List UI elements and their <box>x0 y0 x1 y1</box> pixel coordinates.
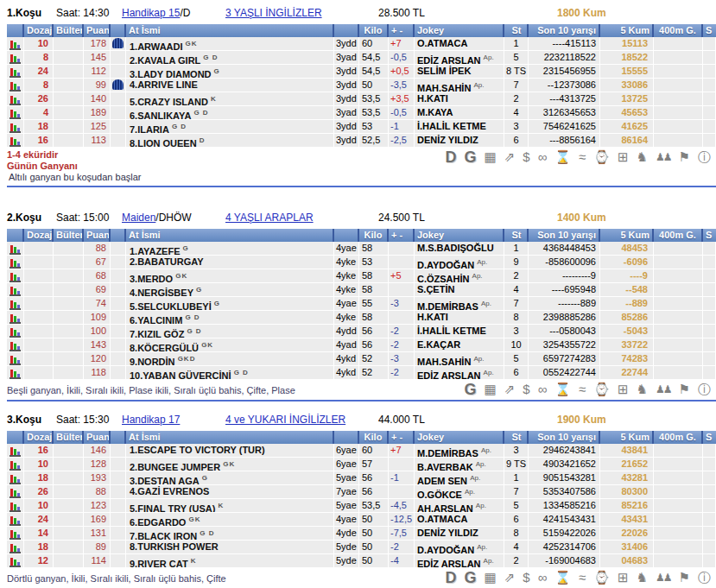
stopwatch-icon[interactable]: ⌚ <box>593 382 610 397</box>
stats-chart-icon[interactable] <box>10 313 21 324</box>
race-time: Saat: 14:30 <box>56 7 109 19</box>
horse-icon[interactable]: ♞ <box>637 382 648 397</box>
info-icon[interactable]: ⓘ <box>698 149 711 165</box>
stats-chart-icon[interactable] <box>10 354 21 365</box>
stats-chart-icon[interactable] <box>10 542 21 553</box>
stats-chart-icon[interactable] <box>10 136 21 147</box>
agf-chart-icon[interactable]: ⇗ <box>504 382 516 397</box>
photo-finish-icon[interactable]: ⚑ <box>679 570 690 585</box>
horse-icon[interactable]: ♞ <box>637 149 648 165</box>
ganyan-button[interactable]: G <box>465 570 477 585</box>
stats-chart-icon[interactable] <box>10 473 21 484</box>
stats-chart-icon[interactable] <box>10 556 21 567</box>
kum5-value: 74283 <box>600 352 654 365</box>
dollar-icon[interactable]: $ <box>523 149 529 165</box>
daily-double-button[interactable]: D <box>446 149 457 165</box>
muhtemeller-icon[interactable]: ▦ <box>485 382 497 397</box>
hourglass-icon[interactable]: ⌛ <box>554 570 571 585</box>
weight-change-value: -2,5 <box>389 134 415 147</box>
race-category-link[interactable]: 3 YAŞLI İNGİLİZLER <box>225 7 322 19</box>
stopwatch-icon[interactable]: ⌚ <box>593 570 610 585</box>
stats-chart-icon[interactable] <box>10 299 21 310</box>
stopwatch-icon[interactable]: ⌚ <box>593 149 610 165</box>
puan-value: 169 <box>84 513 111 526</box>
stats-chart-icon[interactable] <box>10 122 21 133</box>
performance-chart-icon[interactable]: ≈ <box>579 149 586 165</box>
performance-chart-icon[interactable]: ≈ <box>579 570 586 585</box>
horse-icon[interactable]: ♞ <box>637 570 648 585</box>
agf-chart-icon[interactable]: ⇗ <box>504 570 516 585</box>
stats-chart-icon[interactable] <box>10 446 21 457</box>
stats-chart-icon[interactable] <box>10 501 21 512</box>
horse-name: 6.YALÇINIM <box>130 315 182 324</box>
stats-chart-icon[interactable] <box>10 285 21 296</box>
horse-name: 1.ARWAADI <box>130 41 183 50</box>
stats-chart-icon[interactable] <box>10 108 21 119</box>
muhtemeller-icon[interactable]: ▦ <box>485 570 497 585</box>
agf-chart-icon[interactable]: ⇗ <box>504 149 516 165</box>
race-category-link[interactable]: 4 YAŞLI ARAPLAR <box>225 212 314 224</box>
stats-chart-icon[interactable] <box>10 515 21 526</box>
calculator-icon[interactable]: ⊞ <box>618 149 629 165</box>
stats-chart-icon[interactable] <box>10 66 21 78</box>
info-icon[interactable]: ⓘ <box>698 570 711 585</box>
info-icon[interactable]: ⓘ <box>698 382 711 397</box>
stats-chart-icon[interactable] <box>10 459 21 471</box>
column-header-g400: 400m G. <box>654 229 703 242</box>
jokey-name: DENİZ YILDIZ <box>417 528 478 538</box>
stats-chart-icon[interactable] <box>10 53 21 64</box>
stats-chart-icon[interactable] <box>10 340 21 351</box>
dollar-icon[interactable]: $ <box>523 570 529 585</box>
binoculars-icon[interactable]: ∞ <box>538 149 548 165</box>
silks-cell <box>111 499 126 512</box>
race-class-link[interactable]: Handikap 15 <box>122 7 180 19</box>
stats-chart-icon[interactable] <box>10 243 21 255</box>
dollar-icon[interactable]: $ <box>523 382 529 397</box>
g400-value <box>654 297 703 310</box>
binoculars-icon[interactable]: ∞ <box>538 382 548 397</box>
horse-name: 9.NORDİN <box>130 357 175 365</box>
photo-finish-icon[interactable]: ⚑ <box>679 382 690 397</box>
stats-chart-icon[interactable] <box>10 368 21 379</box>
ganyan-button[interactable]: G <box>465 382 477 397</box>
race-class-link[interactable]: Maiden <box>122 212 155 224</box>
hourglass-icon[interactable]: ⌛ <box>554 382 571 397</box>
start-box-value: 7 <box>504 485 529 498</box>
column-header-jokey: Jokey <box>415 229 504 242</box>
race-class-link[interactable]: Handikap 17 <box>122 414 180 426</box>
dozaj-value <box>24 338 54 351</box>
calculator-icon[interactable]: ⊞ <box>618 382 629 397</box>
weight-change-value <box>389 485 415 498</box>
stats-chart-icon[interactable] <box>10 326 21 338</box>
age-value: 4yke <box>334 283 359 296</box>
performance-chart-icon[interactable]: ≈ <box>579 382 586 397</box>
horse-name-cell: 5.CRAZY ISLAND K <box>126 92 334 105</box>
stats-chart-icon[interactable] <box>10 39 21 50</box>
race-class: Maiden/DHÖW <box>122 212 192 224</box>
column-header-age <box>334 24 359 37</box>
horse-name-cell: 10.YABAN GÜVERCİNİ G D <box>126 366 334 379</box>
stats-chart-icon[interactable] <box>10 271 21 282</box>
race-category-link[interactable]: 4 ve YUKARI İNGİLİZLER <box>225 414 345 426</box>
jockeys-icon[interactable]: ♟♟ <box>656 149 671 165</box>
daily-double-button[interactable]: D <box>446 570 457 585</box>
start-box-value: 5 <box>504 51 529 64</box>
start-box-value: 7 <box>504 297 529 310</box>
muhtemeller-icon[interactable]: ▦ <box>485 149 497 165</box>
bar <box>14 344 16 350</box>
horse-flags: GK <box>188 515 200 523</box>
jockeys-icon[interactable]: ♟♟ <box>656 570 671 585</box>
stats-chart-icon[interactable] <box>10 257 21 269</box>
ganyan-button[interactable]: G <box>465 149 477 165</box>
binoculars-icon[interactable]: ∞ <box>538 570 548 585</box>
jockeys-icon[interactable]: ♟♟ <box>656 382 671 397</box>
stats-chart-icon[interactable] <box>10 487 21 498</box>
stats-chart-icon[interactable] <box>10 94 21 105</box>
photo-finish-icon[interactable]: ⚑ <box>679 149 690 165</box>
column-header-dozaj: Dozaj <box>24 431 54 444</box>
calculator-icon[interactable]: ⊞ <box>618 570 629 585</box>
stats-chart-icon[interactable] <box>10 528 21 540</box>
stats-chart-icon[interactable] <box>10 80 21 92</box>
bar <box>17 73 20 76</box>
hourglass-icon[interactable]: ⌛ <box>554 149 571 165</box>
